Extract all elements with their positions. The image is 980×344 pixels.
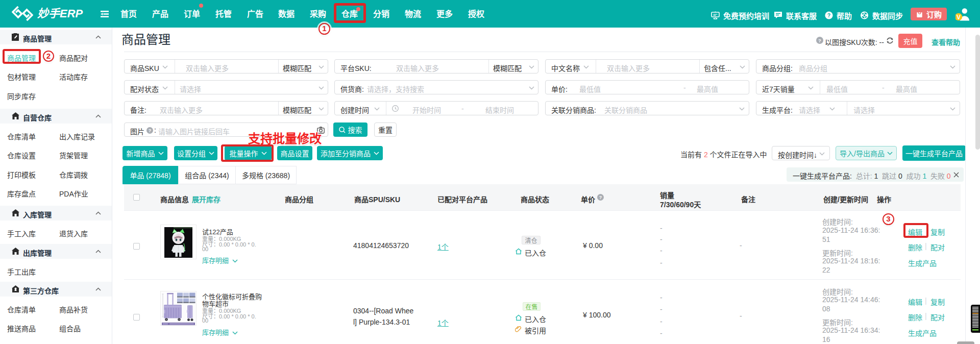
svg-text:?: ? — [599, 195, 602, 200]
svg-text:?: ? — [827, 12, 830, 18]
svg-text:?: ? — [149, 128, 152, 133]
svg-text:V: V — [957, 14, 961, 21]
svg-text:?: ? — [818, 38, 821, 43]
